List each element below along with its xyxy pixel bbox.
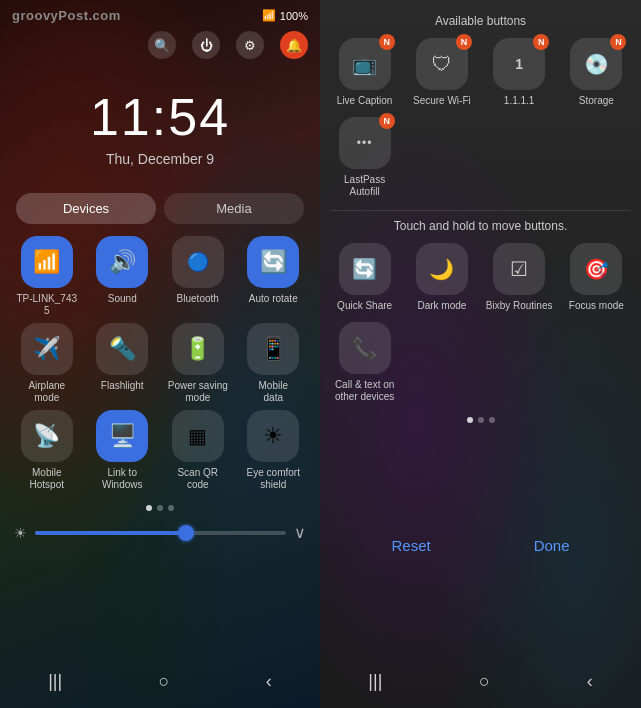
right-nav-recent-icon[interactable]: |||	[368, 671, 382, 692]
autorotate-tile-label: Auto rotate	[249, 293, 298, 305]
right-nav-home-icon[interactable]: ○	[479, 671, 490, 692]
active-tile-darkmode[interactable]: 🌙 Dark mode	[407, 243, 476, 312]
mobiledata-tile-icon: 📱	[247, 323, 299, 375]
chevron-down-icon[interactable]: ∨	[294, 523, 306, 542]
avail-icon-wrap-storage: 💿 N	[570, 38, 622, 90]
flashlight-tile-label: Flashlight	[101, 380, 144, 392]
avail-tile-livecaption[interactable]: 📺 N Live Caption	[330, 38, 399, 107]
avail-tile-securewifi[interactable]: 🛡 N Secure Wi-Fi	[407, 38, 476, 107]
tile-autorotate[interactable]: 🔄 Auto rotate	[239, 236, 309, 317]
power-button[interactable]: ⏻	[192, 31, 220, 59]
hotspot-tile-icon: 📡	[21, 410, 73, 462]
active-tiles-row2: 📞 Call & text onother devices	[320, 322, 641, 411]
tile-qrcode[interactable]: ▦ Scan QRcode	[163, 410, 233, 491]
search-button[interactable]: 🔍	[148, 31, 176, 59]
avail-label-livecaption: Live Caption	[337, 95, 393, 107]
bluetooth-tile-icon: 🔵	[172, 236, 224, 288]
nav-back-icon[interactable]: ‹	[266, 671, 272, 692]
qrcode-tile-icon: ▦	[172, 410, 224, 462]
left-panel: groovyPost.com 📶 100% 🔍 ⏻ ⚙ 🔔 11:54 Thu,…	[0, 0, 320, 708]
qrcode-tile-label: Scan QRcode	[177, 467, 218, 491]
done-button[interactable]: Done	[514, 533, 590, 558]
brightness-slider[interactable]	[35, 531, 286, 535]
brightness-row: ☀ ∨	[0, 519, 320, 546]
brightness-thumb[interactable]	[178, 525, 194, 541]
left-content: groovyPost.com 📶 100% 🔍 ⏻ ⚙ 🔔 11:54 Thu,…	[0, 0, 320, 708]
badge-lastpass: N	[379, 113, 395, 129]
calltext-tile-icon: 📞	[339, 322, 391, 374]
page-dots	[0, 505, 320, 511]
nav-home-icon[interactable]: ○	[159, 671, 170, 692]
tile-sound[interactable]: 🔊 Sound	[88, 236, 158, 317]
tile-bluetooth[interactable]: 🔵 Bluetooth	[163, 236, 233, 317]
active-tile-bixby[interactable]: ☑ Bixby Routines	[485, 243, 554, 312]
avail-label-securewifi: Secure Wi-Fi	[413, 95, 471, 107]
avail-icon-wrap-livecaption: 📺 N	[339, 38, 391, 90]
battery-indicator: 100%	[280, 10, 308, 22]
right-nav-bar: ||| ○ ‹	[320, 659, 641, 708]
tile-wifi[interactable]: 📶 TP-LINK_7435	[12, 236, 82, 317]
eyecomfort-tile-icon: ☀	[247, 410, 299, 462]
badge-livecaption: N	[379, 34, 395, 50]
wifi-tile-label: TP-LINK_7435	[16, 293, 77, 317]
available-tiles-row2: ••• N LastPassAutofill	[320, 117, 641, 206]
right-panel: Available buttons 📺 N Live Caption 🛡 N S…	[320, 0, 641, 708]
active-tile-focusmode[interactable]: 🎯 Focus mode	[562, 243, 631, 312]
airplane-tile-icon: ✈️	[21, 323, 73, 375]
tile-flashlight[interactable]: 🔦 Flashlight	[88, 323, 158, 404]
nav-recent-icon[interactable]: |||	[48, 671, 62, 692]
dm-tabs: Devices Media	[16, 193, 304, 224]
tiles-row2: ✈️ Airplanemode 🔦 Flashlight 🔋 Power sav…	[0, 323, 320, 404]
right-dot-2	[478, 417, 484, 423]
tile-linkwindows[interactable]: 🖥️ Link toWindows	[88, 410, 158, 491]
clock-area: 11:54 Thu, December 9	[0, 67, 320, 177]
bottom-actions: Reset Done	[320, 523, 641, 566]
avail-icon-wrap-1111: 1 N	[493, 38, 545, 90]
right-dot-1	[467, 417, 473, 423]
sound-tile-label: Sound	[108, 293, 137, 305]
touch-hold-text: Touch and hold to move buttons.	[320, 219, 641, 233]
badge-storage: N	[610, 34, 626, 50]
tile-hotspot[interactable]: 📡 MobileHotspot	[12, 410, 82, 491]
eyecomfort-tile-label: Eye comfortshield	[247, 467, 300, 491]
active-tiles-row1: 🔄 Quick Share 🌙 Dark mode ☑ Bixby Routin…	[320, 243, 641, 322]
tile-eyecomfort[interactable]: ☀ Eye comfortshield	[239, 410, 309, 491]
clock-time: 11:54	[0, 87, 320, 147]
status-bar: groovyPost.com 📶 100%	[0, 0, 320, 27]
avail-tile-lastpass[interactable]: ••• N LastPassAutofill	[330, 117, 399, 198]
tile-mobiledata[interactable]: 📱 Mobiledata	[239, 323, 309, 404]
focusmode-tile-label: Focus mode	[569, 300, 624, 312]
avail-tile-storage[interactable]: 💿 N Storage	[562, 38, 631, 107]
brightness-low-icon: ☀	[14, 525, 27, 541]
tiles-row1: 📶 TP-LINK_7435 🔊 Sound 🔵 Bluetooth 🔄 Aut…	[0, 236, 320, 317]
available-tiles-row1: 📺 N Live Caption 🛡 N Secure Wi-Fi 1 N 1.…	[320, 38, 641, 117]
mobiledata-tile-label: Mobiledata	[259, 380, 288, 404]
flashlight-tile-icon: 🔦	[96, 323, 148, 375]
clock-date: Thu, December 9	[0, 151, 320, 167]
autorotate-tile-icon: 🔄	[247, 236, 299, 288]
tab-media[interactable]: Media	[164, 193, 304, 224]
badge-securewifi: N	[456, 34, 472, 50]
reset-button[interactable]: Reset	[371, 533, 450, 558]
tab-devices[interactable]: Devices	[16, 193, 156, 224]
dot-3	[168, 505, 174, 511]
logo-text: groovyPost.com	[12, 8, 121, 23]
bixby-tile-label: Bixby Routines	[486, 300, 553, 312]
badge-1111: N	[533, 34, 549, 50]
focusmode-tile-icon: 🎯	[570, 243, 622, 295]
avail-label-storage: Storage	[579, 95, 614, 107]
left-nav-bar: ||| ○ ‹	[0, 659, 320, 708]
bixby-tile-icon: ☑	[493, 243, 545, 295]
settings-button[interactable]: ⚙	[236, 31, 264, 59]
tile-airplane[interactable]: ✈️ Airplanemode	[12, 323, 82, 404]
calltext-tile-label: Call & text onother devices	[335, 379, 394, 403]
active-tile-quickshare[interactable]: 🔄 Quick Share	[330, 243, 399, 312]
right-nav-back-icon[interactable]: ‹	[587, 671, 593, 692]
active-tile-calltext[interactable]: 📞 Call & text onother devices	[330, 322, 399, 403]
hotspot-tile-label: MobileHotspot	[30, 467, 64, 491]
tile-powersaving[interactable]: 🔋 Power savingmode	[163, 323, 233, 404]
notification-button[interactable]: 🔔	[280, 31, 308, 59]
brightness-fill	[35, 531, 186, 535]
avail-tile-1111[interactable]: 1 N 1.1.1.1	[485, 38, 554, 107]
right-dot-3	[489, 417, 495, 423]
